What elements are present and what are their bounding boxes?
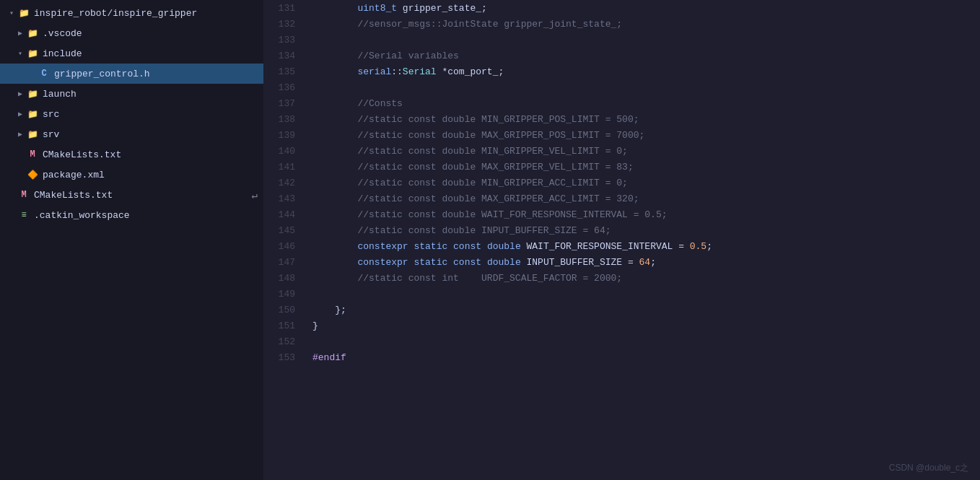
include-label: include [43,48,258,59]
line-number: 138 [263,111,307,127]
code-line: 137 //Consts [263,95,980,111]
vscode-arrow: ▶ [14,29,26,38]
srv-label: srv [43,129,258,140]
launch-arrow: ▶ [14,90,26,98]
line-number: 152 [263,333,307,349]
vscode-folder-icon: 📁 [26,27,39,40]
line-code: }; [307,302,980,318]
vscode-label: .vscode [43,28,258,39]
line-number: 133 [263,32,307,48]
sidebar-item-gripper-control-h[interactable]: C gripper_control.h [0,64,263,84]
code-line: 151} [263,318,980,333]
line-number: 135 [263,64,307,79]
cmake-outer-icon: M [17,188,30,201]
sidebar-item-launch[interactable]: ▶ 📁 launch [0,84,263,104]
root-expand-arrow: ▾ [6,9,17,17]
sidebar-root[interactable]: ▾ 📁 inspire_robot/inspire_gripper [0,3,263,23]
package-xml-label: package.xml [43,170,258,180]
code-line: 147 constexpr static const double INPUT_… [263,254,980,270]
line-code: #endif [307,349,980,365]
line-code: constexpr static const double INPUT_BUFF… [307,254,980,270]
line-number: 143 [263,191,307,206]
code-line: 150 }; [263,302,980,318]
code-line: 149 [263,286,980,302]
code-line: 134 //Serial variables [263,48,980,64]
line-code: //static const int URDF_SCALE_FACTOR = 2… [307,270,980,286]
code-content: 131 uint8_t gripper_state_;132 //sensor_… [263,0,980,365]
line-number: 139 [263,127,307,143]
line-code: //static const double MIN_GRIPPER_POS_LI… [307,111,980,127]
src-label: src [43,109,258,120]
code-line: 144 //static const double WAIT_FOR_RESPO… [263,206,980,222]
include-folder-icon: 📁 [26,47,39,60]
line-code [307,286,980,302]
line-code: //Consts [307,95,980,111]
catkin-label: .catkin_workspace [34,210,258,221]
code-line: 133 [263,32,980,48]
root-label: inspire_robot/inspire_gripper [34,8,258,19]
sidebar-item-src[interactable]: ▶ 📁 src [0,104,263,124]
line-number: 132 [263,16,307,32]
gripper-h-label: gripper_control.h [54,69,258,79]
line-code: //static const double MIN_GRIPPER_ACC_LI… [307,175,980,191]
line-code: //static const double WAIT_FOR_RESPONSE_… [307,206,980,222]
line-number: 140 [263,143,307,159]
line-number: 149 [263,286,307,302]
srv-arrow: ▶ [14,130,26,139]
src-folder-icon: 📁 [26,108,39,121]
sidebar-item-srv[interactable]: ▶ 📁 srv [0,124,263,144]
sidebar-item-include[interactable]: ▾ 📁 include [0,43,263,64]
watermark: CSDN @double_c之 [889,462,968,474]
line-number: 146 [263,238,307,254]
launch-label: launch [43,89,258,100]
root-folder-icon: 📁 [17,6,30,19]
line-code: //static const double MAX_GRIPPER_POS_LI… [307,127,980,143]
line-number: 150 [263,302,307,318]
line-code: uint8_t gripper_state_; [307,0,980,16]
launch-folder-icon: 📁 [26,87,39,100]
code-line: 153#endif [263,349,980,365]
line-number: 145 [263,222,307,238]
code-line: 131 uint8_t gripper_state_; [263,0,980,16]
srv-folder-icon: 📁 [26,128,39,141]
sidebar-item-catkin-workspace[interactable]: ≡ .catkin_workspace [0,205,263,225]
code-line: 136 [263,79,980,95]
sidebar-item-cmakelists-inner[interactable]: M CMakeLists.txt [0,144,263,165]
line-number: 142 [263,175,307,191]
file-explorer: ▾ 📁 inspire_robot/inspire_gripper ▶ 📁 .v… [0,0,263,480]
code-line: 142 //static const double MIN_GRIPPER_AC… [263,175,980,191]
line-number: 134 [263,48,307,64]
line-number: 148 [263,270,307,286]
line-code: //sensor_msgs::JointState gripper_joint_… [307,16,980,32]
line-code: //static const double MAX_GRIPPER_VEL_LI… [307,159,980,175]
code-line: 140 //static const double MIN_GRIPPER_VE… [263,143,980,159]
sidebar-item-package-xml[interactable]: 🔶 package.xml [0,165,263,185]
line-number: 141 [263,159,307,175]
line-code: } [307,318,980,333]
code-line: 143 //static const double MAX_GRIPPER_AC… [263,191,980,206]
code-line: 141 //static const double MAX_GRIPPER_VE… [263,159,980,175]
sidebar-item-vscode[interactable]: ▶ 📁 .vscode [0,23,263,43]
line-code: //static const double INPUT_BUFFER_SIZE … [307,222,980,238]
xml-icon: 🔶 [26,168,39,181]
line-number: 137 [263,95,307,111]
line-code [307,32,980,48]
code-line: 152 [263,333,980,349]
sidebar-item-cmakelists-outer[interactable]: M CMakeLists.txt ↵ [0,185,263,205]
line-code: constexpr static const double WAIT_FOR_R… [307,238,980,254]
cmake-outer-label: CMakeLists.txt [34,190,252,201]
workspace-icon: ≡ [17,209,30,222]
cmake-inner-label: CMakeLists.txt [43,149,258,160]
code-line: 146 constexpr static const double WAIT_F… [263,238,980,254]
code-line: 132 //sensor_msgs::JointState gripper_jo… [263,16,980,32]
line-code [307,333,980,349]
line-number: 131 [263,0,307,16]
line-code: serial::Serial *com_port_; [307,64,980,79]
line-number: 147 [263,254,307,270]
return-arrow-icon: ↵ [252,189,258,201]
line-code: //Serial variables [307,48,980,64]
line-number: 153 [263,349,307,365]
code-line: 145 //static const double INPUT_BUFFER_S… [263,222,980,238]
include-arrow: ▾ [14,49,26,58]
code-line: 139 //static const double MAX_GRIPPER_PO… [263,127,980,143]
